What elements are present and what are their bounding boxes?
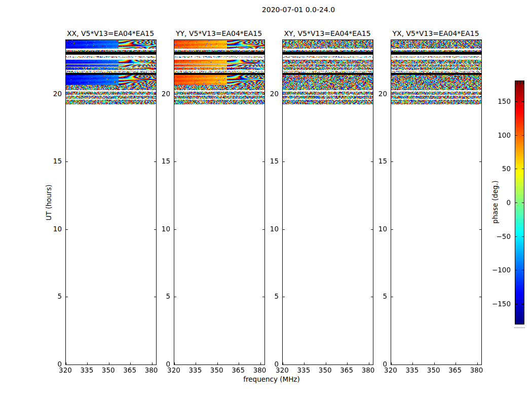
y-tick bbox=[66, 229, 68, 230]
x-tick bbox=[455, 362, 456, 364]
colorbar-canvas bbox=[515, 81, 524, 324]
y-tick-label: 15 bbox=[44, 156, 62, 166]
x-tick-label: 365 bbox=[227, 366, 249, 374]
colorbar-tick-label: −150 bbox=[479, 299, 511, 308]
y-tick-label: 15 bbox=[260, 156, 279, 166]
y-tick bbox=[479, 161, 481, 162]
figure-title: 2020-07-01 0.0-24.0 bbox=[65, 6, 531, 14]
colorbar-tick-label: −100 bbox=[479, 265, 511, 274]
y-tick bbox=[66, 161, 68, 162]
y-tick-label: 20 bbox=[152, 89, 170, 98]
y-tick bbox=[391, 161, 393, 162]
heatmap-canvas-xx bbox=[66, 40, 156, 364]
y-tick-label: 15 bbox=[152, 156, 170, 166]
x-tick-label: 335 bbox=[401, 366, 423, 374]
y-tick bbox=[479, 297, 481, 297]
y-tick-label: 20 bbox=[44, 89, 62, 98]
x-tick bbox=[326, 362, 326, 364]
x-tick-label: 335 bbox=[75, 366, 98, 374]
y-tick bbox=[391, 297, 393, 297]
y-tick bbox=[479, 229, 481, 230]
colorbar-tick-label: 100 bbox=[479, 131, 511, 140]
x-axis-label: frequency (MHz) bbox=[170, 375, 373, 383]
x-tick bbox=[87, 362, 88, 364]
y-tick bbox=[66, 94, 68, 95]
y-tick-label: 20 bbox=[260, 89, 279, 98]
y-axis-label: UT (hours) bbox=[45, 185, 53, 221]
x-tick-label: 350 bbox=[97, 366, 120, 374]
y-tick-label: 5 bbox=[44, 292, 62, 301]
y-tick bbox=[66, 297, 68, 297]
x-tick bbox=[304, 362, 305, 364]
x-tick-label: 365 bbox=[444, 366, 466, 374]
colorbar bbox=[515, 80, 524, 325]
y-tick bbox=[174, 297, 176, 297]
x-tick-label: 335 bbox=[292, 366, 315, 374]
x-tick bbox=[130, 362, 131, 364]
x-tick bbox=[347, 362, 348, 364]
y-tick bbox=[174, 229, 176, 230]
panel-title-yx: YX, V5*V13=EA04*EA15 bbox=[380, 29, 491, 37]
heatmap-canvas-xy bbox=[283, 40, 373, 364]
y-tick-label: 10 bbox=[260, 224, 279, 233]
panel-xy bbox=[282, 39, 373, 365]
x-tick bbox=[217, 362, 218, 364]
y-tick bbox=[283, 297, 285, 297]
x-tick bbox=[434, 362, 435, 364]
colorbar-tick-label: −50 bbox=[479, 232, 511, 241]
y-tick-label: 5 bbox=[369, 292, 387, 301]
y-tick bbox=[283, 161, 285, 162]
y-tick bbox=[174, 94, 176, 95]
y-tick-label: 10 bbox=[44, 224, 62, 233]
x-tick bbox=[239, 362, 239, 364]
y-tick bbox=[479, 94, 481, 95]
y-tick bbox=[479, 364, 481, 365]
y-tick bbox=[174, 161, 176, 162]
x-tick-label: 365 bbox=[335, 366, 358, 374]
heatmap-canvas-yy bbox=[174, 40, 264, 364]
y-tick bbox=[391, 94, 393, 95]
y-tick-label: 0 bbox=[369, 359, 387, 369]
colorbar-tick-label: 50 bbox=[479, 164, 511, 173]
colorbar-tick-label: 0 bbox=[479, 198, 511, 207]
figure: 2020-07-01 0.0-24.0 frequency (MHz) UT (… bbox=[0, 0, 532, 405]
y-tick-label: 0 bbox=[260, 359, 279, 369]
y-tick bbox=[66, 364, 68, 365]
x-tick bbox=[477, 362, 478, 364]
panel-title-xy: XY, V5*V13=EA04*EA15 bbox=[272, 29, 383, 37]
y-tick-label: 0 bbox=[44, 359, 62, 369]
x-tick bbox=[109, 362, 109, 364]
y-tick bbox=[391, 364, 393, 365]
x-tick-label: 335 bbox=[184, 366, 206, 374]
y-tick bbox=[283, 94, 285, 95]
y-tick bbox=[174, 364, 176, 365]
panel-xx bbox=[65, 39, 157, 365]
x-tick bbox=[412, 362, 413, 364]
y-tick-label: 10 bbox=[152, 224, 170, 233]
x-tick-label: 350 bbox=[314, 366, 336, 374]
y-tick-label: 5 bbox=[260, 292, 279, 301]
y-tick-label: 20 bbox=[369, 89, 387, 98]
y-tick bbox=[391, 229, 393, 230]
y-tick-label: 15 bbox=[369, 156, 387, 166]
y-tick bbox=[283, 229, 285, 230]
panel-title-yy: YY, V5*V13=EA04*EA15 bbox=[163, 29, 275, 37]
x-tick-label: 365 bbox=[119, 366, 141, 374]
y-tick-label: 5 bbox=[152, 292, 170, 301]
panel-yy bbox=[174, 39, 265, 365]
y-tick-label: 10 bbox=[369, 224, 387, 233]
x-tick-label: 380 bbox=[466, 366, 488, 374]
panel-yx bbox=[391, 39, 482, 365]
colorbar-bottom-dots bbox=[514, 328, 525, 328]
y-tick bbox=[283, 364, 285, 365]
y-tick-label: 0 bbox=[152, 359, 170, 369]
x-tick-label: 350 bbox=[423, 366, 445, 374]
heatmap-canvas-yx bbox=[391, 40, 481, 364]
panel-title-xx: XX, V5*V13=EA04*EA15 bbox=[55, 29, 166, 37]
x-tick-label: 350 bbox=[206, 366, 228, 374]
x-tick bbox=[196, 362, 196, 364]
colorbar-tick-label: 150 bbox=[479, 97, 511, 106]
